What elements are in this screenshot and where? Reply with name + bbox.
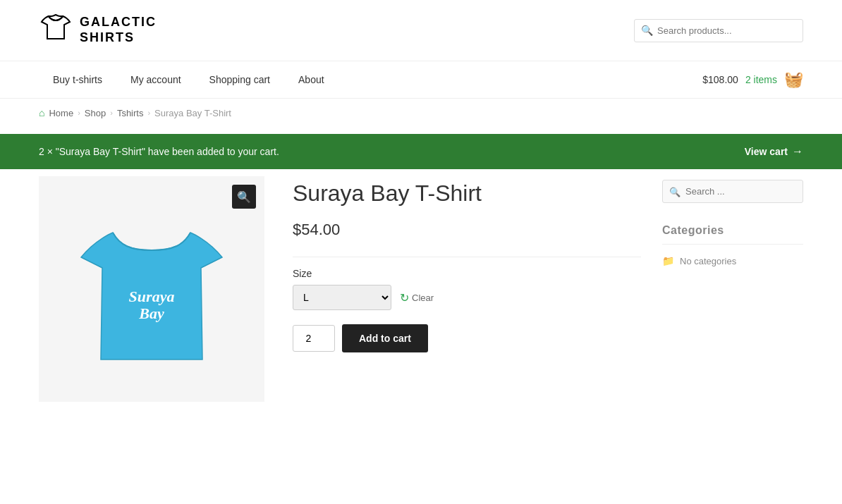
nav-buy-tshirts[interactable]: Buy t-shirts (39, 61, 116, 98)
size-select[interactable]: S M L XL XXL (293, 285, 391, 310)
breadcrumb-shop[interactable]: Shop (85, 108, 106, 118)
product-details: Suraya Bay T-Shirt $54.00 Size S M L XL … (293, 176, 641, 402)
cart-items-link[interactable]: 2 items (745, 74, 777, 85)
product-image: Suraya Bay (74, 197, 229, 381)
zoom-icon: 🔍 (237, 190, 251, 204)
view-cart-button[interactable]: View cart (745, 145, 803, 158)
product-section: 🔍 Suraya Bay Suraya Bay (39, 176, 641, 402)
logo-text: GALACTIC SHIRTS (80, 15, 157, 45)
no-categories: 📁 No categories (662, 255, 803, 266)
size-label: Size (293, 268, 641, 279)
nav-my-account[interactable]: My account (116, 61, 195, 98)
logo-icon (39, 11, 73, 50)
breadcrumb-sep-1: › (78, 109, 80, 117)
header: GALACTIC SHIRTS 🔍 (0, 0, 842, 61)
product-image-container: 🔍 Suraya Bay (39, 176, 264, 402)
header-search: 🔍 (634, 19, 803, 42)
sidebar-search: 🔍 (662, 180, 803, 203)
svg-text:Bay: Bay (138, 305, 164, 322)
breadcrumb: ⌂ Home › Shop › Tshirts › Suraya Bay T-S… (0, 99, 842, 127)
cart-amount: $108.00 (702, 74, 738, 85)
no-categories-text: No categories (680, 256, 736, 266)
folder-icon: 📁 (662, 255, 674, 266)
product-divider (293, 257, 641, 257)
breadcrumb-current: Suraya Bay T-Shirt (154, 108, 231, 118)
logo[interactable]: GALACTIC SHIRTS (39, 11, 157, 50)
product-price: $54.00 (293, 221, 641, 239)
home-icon: ⌂ (39, 107, 44, 118)
add-to-cart-row: Add to cart (293, 324, 641, 352)
breadcrumb-sep-3: › (147, 109, 150, 117)
nav-about[interactable]: About (284, 61, 338, 98)
header-search-input[interactable] (634, 19, 803, 42)
breadcrumb-home[interactable]: Home (49, 108, 73, 118)
notification-bar: 2 × "Suraya Bay T-Shirt" have been added… (0, 134, 842, 169)
categories-divider (662, 244, 803, 245)
sidebar-search-icon: 🔍 (669, 186, 681, 197)
svg-text:Suraya: Suraya (129, 288, 175, 305)
nav-links: Buy t-shirts My account Shopping cart Ab… (39, 61, 338, 98)
search-icon: 🔍 (641, 25, 653, 36)
categories-title: Categories (662, 224, 803, 237)
size-row: S M L XL XXL ↻ Clear (293, 285, 641, 310)
cart-basket-icon: 🧺 (784, 70, 803, 89)
notification-message: 2 × "Suraya Bay T-Shirt" have been added… (39, 146, 279, 157)
breadcrumb-sep-2: › (110, 109, 113, 117)
sidebar-search-input[interactable] (662, 180, 803, 203)
breadcrumb-tshirts[interactable]: Tshirts (117, 108, 144, 118)
main-nav: Buy t-shirts My account Shopping cart Ab… (0, 61, 842, 99)
nav-shopping-cart[interactable]: Shopping cart (195, 61, 284, 98)
product-title: Suraya Bay T-Shirt (293, 180, 641, 207)
main-content: 🔍 Suraya Bay Suraya Bay (0, 176, 842, 430)
refresh-icon: ↻ (400, 291, 409, 305)
cart-summary: $108.00 2 items 🧺 (702, 70, 803, 89)
quantity-input[interactable] (293, 325, 335, 352)
zoom-button[interactable]: 🔍 (232, 185, 256, 209)
sidebar: 🔍 Categories 📁 No categories (662, 176, 803, 402)
add-to-cart-button[interactable]: Add to cart (342, 324, 428, 352)
clear-label: Clear (412, 293, 434, 303)
clear-button[interactable]: ↻ Clear (400, 291, 434, 305)
